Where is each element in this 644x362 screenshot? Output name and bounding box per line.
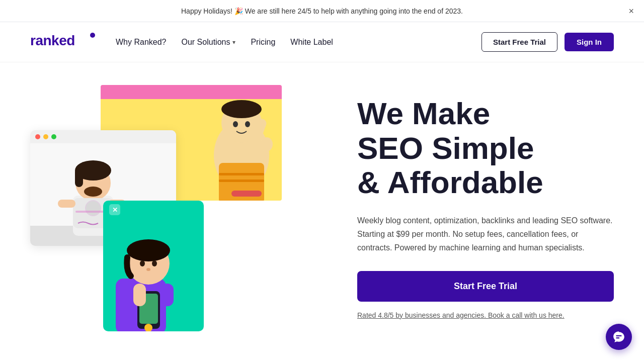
hero-illustration: — ✕ bbox=[30, 85, 322, 331]
svg-rect-12 bbox=[231, 191, 262, 197]
svg-point-27 bbox=[140, 260, 145, 266]
sign-in-button[interactable]: Sign In bbox=[565, 33, 614, 51]
svg-rect-11 bbox=[219, 179, 264, 182]
start-free-trial-nav-button[interactable]: Start Free Trial bbox=[481, 32, 557, 52]
win-btn-square bbox=[115, 89, 120, 95]
start-free-trial-hero-button[interactable]: Start Free Trial bbox=[357, 271, 614, 302]
nav-link-pricing[interactable]: Pricing bbox=[251, 38, 275, 46]
svg-point-6 bbox=[261, 137, 273, 151]
svg-rect-20 bbox=[58, 200, 75, 208]
nav-links: Why Ranked? Our Solutions ▾ Pricing Whit… bbox=[116, 38, 333, 47]
illustration-green-card: ✕ bbox=[103, 201, 204, 331]
chat-icon bbox=[612, 330, 625, 343]
nav-link-our-solutions[interactable]: Our Solutions ▾ bbox=[182, 38, 236, 47]
announcement-bar: Happy Holidays! 🎉 We are still here 24/5… bbox=[0, 0, 644, 22]
hero-rating-link[interactable]: Rated 4.8/5 by businesses and agencies. … bbox=[357, 311, 565, 319]
green-figure-svg bbox=[103, 213, 196, 331]
nav-link-why-ranked[interactable]: Why Ranked? bbox=[116, 38, 167, 46]
nav-item-white-label[interactable]: White Label bbox=[290, 38, 333, 47]
hero-section: — ✕ bbox=[0, 62, 644, 354]
nav-right: Start Free Trial Sign In bbox=[481, 32, 614, 52]
nav-item-pricing[interactable]: Pricing bbox=[251, 38, 275, 47]
dot-yellow bbox=[43, 134, 48, 139]
nav-left: ranked Why Ranked? Our Solutions ▾ Prici… bbox=[30, 31, 333, 53]
logo-svg: ranked bbox=[30, 31, 96, 49]
svg-rect-34 bbox=[161, 284, 174, 306]
svg-rect-10 bbox=[219, 173, 264, 175]
nav-link-white-label[interactable]: White Label bbox=[290, 38, 333, 46]
svg-point-18 bbox=[84, 187, 102, 197]
svg-point-8 bbox=[233, 121, 238, 127]
hero-content: We Make SEO Simple & Affordable Weekly b… bbox=[342, 97, 614, 319]
svg-point-22 bbox=[86, 201, 101, 216]
svg-point-26 bbox=[127, 239, 170, 261]
svg-rect-33 bbox=[133, 284, 146, 306]
svg-text:ranked: ranked bbox=[30, 33, 75, 48]
dot-red bbox=[35, 134, 40, 139]
svg-rect-17 bbox=[75, 168, 83, 187]
chat-bubble-button[interactable] bbox=[606, 324, 632, 350]
svg-point-28 bbox=[152, 260, 157, 266]
svg-point-1 bbox=[90, 33, 95, 38]
hero-title: We Make SEO Simple & Affordable bbox=[357, 97, 614, 200]
announcement-text: Happy Holidays! 🎉 We are still here 24/5… bbox=[181, 7, 463, 15]
dot-green bbox=[51, 134, 56, 139]
yellow-card-bar: — ✕ bbox=[101, 85, 282, 99]
navbar: ranked Why Ranked? Our Solutions ▾ Prici… bbox=[0, 22, 644, 62]
announcement-close-button[interactable]: × bbox=[628, 7, 634, 16]
svg-point-9 bbox=[245, 121, 250, 127]
hero-subtitle: Weekly blog content, optimization, backl… bbox=[357, 214, 614, 255]
nav-item-why-ranked[interactable]: Why Ranked? bbox=[116, 38, 167, 47]
logo-text: ranked bbox=[30, 31, 96, 53]
logo[interactable]: ranked bbox=[30, 31, 96, 53]
chevron-down-icon: ▾ bbox=[232, 39, 235, 46]
nav-item-our-solutions[interactable]: Our Solutions ▾ bbox=[182, 38, 236, 47]
svg-point-29 bbox=[146, 268, 150, 271]
svg-point-4 bbox=[221, 100, 262, 118]
